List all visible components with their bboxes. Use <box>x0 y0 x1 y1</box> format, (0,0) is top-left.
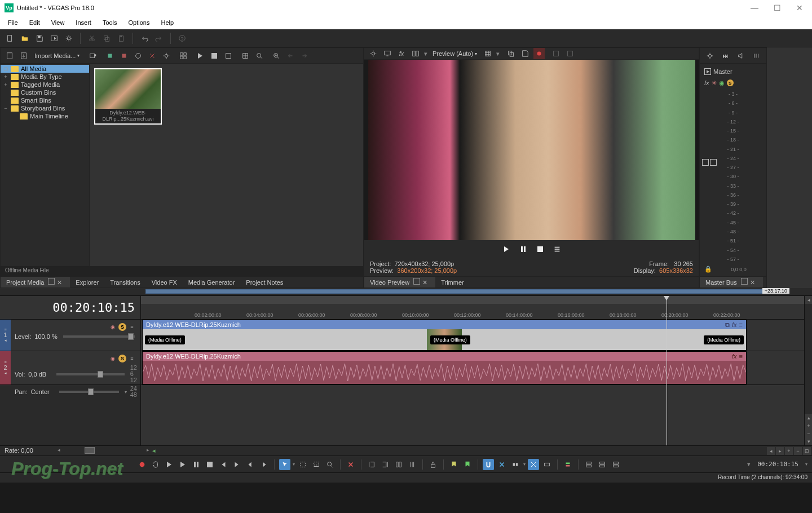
timeline-tracks-area[interactable]: 00:02:00:0000:04:00:0000:06:00:0000:08:0… <box>141 296 804 445</box>
help-icon[interactable]: ? <box>176 33 188 44</box>
pm-views-dropdown[interactable] <box>178 50 189 61</box>
preview-copy-icon[interactable] <box>505 48 517 59</box>
tab-video-fx[interactable]: Video FX <box>146 278 183 287</box>
tracks-group1-button[interactable] <box>583 459 594 470</box>
preview-gear-icon[interactable] <box>368 48 379 59</box>
auto-crossfade-button[interactable] <box>528 459 539 470</box>
menu-edit[interactable]: Edit <box>24 18 46 27</box>
meter-mode-1[interactable] <box>702 159 709 166</box>
delete-button[interactable] <box>345 459 356 470</box>
transport-stop-icon[interactable] <box>535 244 546 255</box>
master-fx-icon[interactable]: fx <box>704 79 709 87</box>
pm-gear-icon[interactable] <box>161 50 172 61</box>
hzoom-out-icon[interactable]: − <box>794 447 802 455</box>
preview-save-icon[interactable] <box>519 48 531 59</box>
master-down-icon[interactable]: ⏭ <box>720 50 731 61</box>
clip-menu-icon[interactable]: ≡ <box>739 353 743 360</box>
trim-start-button[interactable] <box>366 459 377 470</box>
pm-autoplay-icon[interactable] <box>223 50 234 61</box>
audio-track-lane[interactable]: Dyldy.e12.WEB-DLRip.25Kuzmich fx ≡ <box>141 351 804 385</box>
lock-icon[interactable]: 🔒 <box>704 266 712 273</box>
pm-search-icon[interactable] <box>254 50 265 61</box>
redo-icon[interactable] <box>153 33 165 44</box>
transport-pause-icon[interactable] <box>518 244 529 255</box>
import-media-dropdown[interactable]: Import Media... <box>32 52 82 59</box>
scroll-up-icon[interactable]: ▴ <box>805 414 812 422</box>
record-button[interactable] <box>136 459 148 470</box>
preview-record-icon[interactable] <box>533 48 545 59</box>
preview-split-icon[interactable] <box>410 48 421 59</box>
master-solo-icon[interactable]: S <box>727 79 734 86</box>
close-button[interactable]: ✕ <box>794 3 805 12</box>
clip-pan-icon[interactable]: ⧉ <box>725 321 730 329</box>
prev-frame-button[interactable] <box>245 459 256 470</box>
autosnap-button[interactable] <box>496 459 508 470</box>
pm-play-icon[interactable] <box>195 50 206 61</box>
audio-clip[interactable]: Dyldy.e12.WEB-DLRip.25Kuzmich fx ≡ <box>142 351 747 384</box>
split-button[interactable] <box>393 459 404 470</box>
tab-project-media[interactable]: Project Media ✕ <box>1 277 70 288</box>
play-start-button[interactable] <box>164 459 175 470</box>
preview-fx-icon[interactable]: fx <box>396 48 407 59</box>
tree-item-smart-bins[interactable]: Smart Bins <box>1 96 89 104</box>
pm-fx-icon[interactable] <box>133 50 144 61</box>
pm-redo-icon[interactable] <box>299 50 310 61</box>
menu-tools[interactable]: Tools <box>97 18 123 27</box>
pm-capture-icon[interactable] <box>87 50 99 61</box>
playhead[interactable] <box>667 296 667 445</box>
tree-item-storyboard-bins[interactable]: −Storyboard Bins <box>1 104 89 112</box>
go-end-button[interactable] <box>231 459 242 470</box>
video-track-header[interactable]: ≡1◂ ◉ S ≡ Level: 100,0 % <box>0 320 140 351</box>
menu-view[interactable]: View <box>46 18 70 27</box>
track1-bypass-icon[interactable]: ◉ <box>109 323 117 331</box>
tab-media-generator[interactable]: Media Generator <box>183 278 241 287</box>
pm-home-icon[interactable] <box>4 50 15 61</box>
tab-close-icon[interactable]: ✕ <box>420 279 430 286</box>
cut-icon[interactable] <box>86 33 98 44</box>
track2-pan-slider[interactable] <box>59 391 119 393</box>
track2-menu-icon[interactable]: ≡ <box>128 355 136 362</box>
transport-play-icon[interactable] <box>501 244 512 255</box>
mark-in-icon[interactable]: ▾ <box>747 461 751 468</box>
audio-track-header[interactable]: ≡2◂ ◉ S ≡ Vol: 0,0 dB 12 6 <box>0 351 140 385</box>
paste-icon[interactable] <box>116 33 127 44</box>
output-icon[interactable]: ▶ <box>704 68 711 75</box>
hzoom-in-icon[interactable]: + <box>785 447 793 455</box>
scroll-down-icon[interactable]: ▾ <box>805 437 812 445</box>
save-icon[interactable] <box>34 33 45 44</box>
clip-fx-icon[interactable]: fx <box>732 353 737 360</box>
pm-add-icon[interactable] <box>104 50 116 61</box>
preview-overlay1-icon[interactable] <box>550 48 562 59</box>
pm-delete-icon[interactable] <box>147 50 158 61</box>
selection-tool[interactable] <box>297 459 308 470</box>
track2-bypass-icon[interactable]: ◉ <box>109 355 117 362</box>
trim-end-button[interactable] <box>379 459 391 470</box>
hzoom-fit-icon[interactable]: ⊡ <box>803 447 811 455</box>
video-track-lane[interactable]: Dyldy.e12.WEB-DLRip.25Kuzmich ⧉ fx ≡ (Me… <box>141 320 804 351</box>
shuttle-handle[interactable] <box>85 447 95 454</box>
stop-button[interactable] <box>204 459 215 470</box>
tab-project-notes[interactable]: Project Notes <box>240 278 289 287</box>
transport-menu-icon[interactable] <box>551 244 563 255</box>
copy-icon[interactable] <box>101 33 112 44</box>
pm-grid-icon[interactable] <box>240 50 251 61</box>
video-clip[interactable]: Dyldy.e12.WEB-DLRip.25Kuzmich ⧉ fx ≡ (Me… <box>142 320 747 351</box>
tracks-group2-button[interactable] <box>597 459 608 470</box>
pm-remove-icon[interactable] <box>118 50 130 61</box>
master-dim-icon[interactable] <box>751 50 762 61</box>
marker-button[interactable] <box>448 459 460 470</box>
master-mute-icon[interactable] <box>735 50 747 61</box>
preview-grid-icon[interactable] <box>482 48 493 59</box>
track-number-2[interactable]: ≡2◂ <box>0 351 11 384</box>
tab-video-preview[interactable]: Video Preview ✕ <box>364 277 435 288</box>
ignore-event-button[interactable] <box>541 459 553 470</box>
scroll-thumb[interactable] <box>145 289 782 294</box>
media-tree[interactable]: ▢All Media+Media By Type+Tagged MediaCus… <box>1 64 90 266</box>
play-button[interactable] <box>177 459 188 470</box>
expand-icon[interactable]: + <box>3 82 8 87</box>
render-icon[interactable] <box>48 33 60 44</box>
tree-item-main-timeline[interactable]: Main Timeline <box>1 112 89 120</box>
preview-external-icon[interactable] <box>382 48 393 59</box>
hscroll-right-icon[interactable]: ▸ <box>776 447 784 455</box>
master-icon-1[interactable]: ✳ <box>712 79 717 87</box>
